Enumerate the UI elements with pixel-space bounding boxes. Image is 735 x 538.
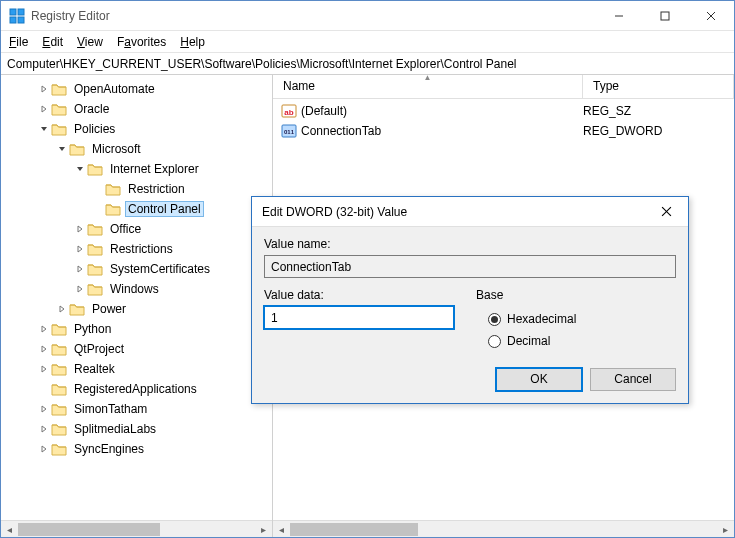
edit-dword-dialog: Edit DWORD (32-bit) Value Value name: Va… <box>251 196 689 404</box>
dialog-titlebar[interactable]: Edit DWORD (32-bit) Value <box>252 197 688 227</box>
tree-node-power[interactable]: Power <box>1 299 272 319</box>
radio-decimal[interactable]: Decimal <box>488 330 676 352</box>
chevron-right-icon[interactable] <box>37 442 51 456</box>
sort-asc-icon: ▲ <box>424 75 432 82</box>
column-type-label: Type <box>593 79 619 93</box>
value-name: (Default) <box>301 104 583 118</box>
tree-node-label: Python <box>71 321 114 337</box>
chevron-right-icon[interactable] <box>37 342 51 356</box>
scroll-right-icon[interactable]: ▸ <box>255 521 272 538</box>
radio-hex-label: Hexadecimal <box>507 312 576 326</box>
tree-node-label: SystemCertificates <box>107 261 213 277</box>
tree-node-restrictions[interactable]: Restrictions <box>1 239 272 259</box>
tree-node-splitmedialabs[interactable]: SplitmediaLabs <box>1 419 272 439</box>
chevron-right-icon[interactable] <box>55 302 69 316</box>
tree-node-systemcertificates[interactable]: SystemCertificates <box>1 259 272 279</box>
tree-node-label: Restrictions <box>107 241 176 257</box>
chevron-right-icon[interactable] <box>37 82 51 96</box>
tree-node-label: Windows <box>107 281 162 297</box>
scroll-left-icon[interactable]: ◂ <box>273 521 290 538</box>
dialog-title: Edit DWORD (32-bit) Value <box>262 205 407 219</box>
chevron-down-icon[interactable] <box>37 122 51 136</box>
maximize-button[interactable] <box>642 1 688 31</box>
value-list[interactable]: ab(Default)REG_SZ011ConnectionTabREG_DWO… <box>273 99 734 143</box>
tree-node-label: SimonTatham <box>71 401 150 417</box>
tree-h-scrollbar[interactable]: ◂ ▸ <box>1 520 272 537</box>
minimize-button[interactable] <box>596 1 642 31</box>
close-button[interactable] <box>688 1 734 31</box>
value-row[interactable]: ab(Default)REG_SZ <box>273 101 734 121</box>
tree-node-label: Power <box>89 301 129 317</box>
value-name: ConnectionTab <box>301 124 583 138</box>
reg-sz-icon: ab <box>281 103 297 119</box>
value-data-input[interactable] <box>264 306 454 329</box>
tree-node-office[interactable]: Office <box>1 219 272 239</box>
radio-hexadecimal[interactable]: Hexadecimal <box>488 308 676 330</box>
address-bar[interactable]: Computer\HKEY_CURRENT_USER\Software\Poli… <box>1 53 734 75</box>
tree-node-label: Microsoft <box>89 141 144 157</box>
tree-node-label: SplitmediaLabs <box>71 421 159 437</box>
chevron-right-icon[interactable] <box>37 102 51 116</box>
chevron-right-icon[interactable] <box>73 222 87 236</box>
scroll-left-icon[interactable]: ◂ <box>1 521 18 538</box>
tree-node-oracle[interactable]: Oracle <box>1 99 272 119</box>
tree-node-internet-explorer[interactable]: Internet Explorer <box>1 159 272 179</box>
value-row[interactable]: 011ConnectionTabREG_DWORD <box>273 121 734 141</box>
registry-tree[interactable]: OpenAutomateOraclePoliciesMicrosoftInter… <box>1 75 272 520</box>
tree-node-label: Internet Explorer <box>107 161 202 177</box>
radio-icon <box>488 335 501 348</box>
menu-edit[interactable]: Edit <box>42 35 63 49</box>
tree-node-label: RegisteredApplications <box>71 381 200 397</box>
tree-node-label: Realtek <box>71 361 118 377</box>
column-header-name[interactable]: ▲ Name <box>273 75 583 98</box>
menu-view[interactable]: View <box>77 35 103 49</box>
tree-node-windows[interactable]: Windows <box>1 279 272 299</box>
tree-node-label: Control Panel <box>125 201 204 217</box>
scroll-right-icon[interactable]: ▸ <box>717 521 734 538</box>
list-header: ▲ Name Type <box>273 75 734 99</box>
tree-node-restriction[interactable]: Restriction <box>1 179 272 199</box>
column-header-type[interactable]: Type <box>583 75 734 98</box>
tree-node-openautomate[interactable]: OpenAutomate <box>1 79 272 99</box>
ok-button[interactable]: OK <box>496 368 582 391</box>
chevron-down-icon[interactable] <box>55 142 69 156</box>
tree-node-label: Oracle <box>71 101 112 117</box>
svg-rect-1 <box>18 9 24 15</box>
tree-node-registeredapplications[interactable]: RegisteredApplications <box>1 379 272 399</box>
value-type: REG_DWORD <box>583 124 662 138</box>
tree-node-python[interactable]: Python <box>1 319 272 339</box>
cancel-button[interactable]: Cancel <box>590 368 676 391</box>
svg-rect-3 <box>18 17 24 23</box>
tree-node-policies[interactable]: Policies <box>1 119 272 139</box>
list-h-scrollbar[interactable]: ◂ ▸ <box>273 520 734 537</box>
menubar: File Edit View Favorites Help <box>1 31 734 53</box>
menu-file[interactable]: File <box>9 35 28 49</box>
chevron-right-icon[interactable] <box>37 362 51 376</box>
chevron-right-icon[interactable] <box>73 262 87 276</box>
tree-node-control-panel[interactable]: Control Panel <box>1 199 272 219</box>
chevron-right-icon[interactable] <box>73 242 87 256</box>
svg-text:011: 011 <box>284 129 295 135</box>
chevron-down-icon[interactable] <box>73 162 87 176</box>
tree-node-microsoft[interactable]: Microsoft <box>1 139 272 159</box>
radio-icon <box>488 313 501 326</box>
chevron-right-icon[interactable] <box>37 322 51 336</box>
tree-node-qtproject[interactable]: QtProject <box>1 339 272 359</box>
menu-favorites[interactable]: Favorites <box>117 35 166 49</box>
value-name-input[interactable] <box>264 255 676 278</box>
window-title: Registry Editor <box>31 9 110 23</box>
chevron-right-icon[interactable] <box>37 422 51 436</box>
svg-rect-0 <box>10 9 16 15</box>
base-group-label: Base <box>476 288 676 302</box>
tree-node-label: QtProject <box>71 341 127 357</box>
tree-node-simontatham[interactable]: SimonTatham <box>1 399 272 419</box>
chevron-right-icon[interactable] <box>37 402 51 416</box>
reg-dword-icon: 011 <box>281 123 297 139</box>
dialog-close-button[interactable] <box>653 200 680 224</box>
tree-node-syncengines[interactable]: SyncEngines <box>1 439 272 459</box>
tree-node-realtek[interactable]: Realtek <box>1 359 272 379</box>
chevron-right-icon[interactable] <box>73 282 87 296</box>
tree-node-label: OpenAutomate <box>71 81 158 97</box>
regedit-app-icon <box>9 8 25 24</box>
menu-help[interactable]: Help <box>180 35 205 49</box>
